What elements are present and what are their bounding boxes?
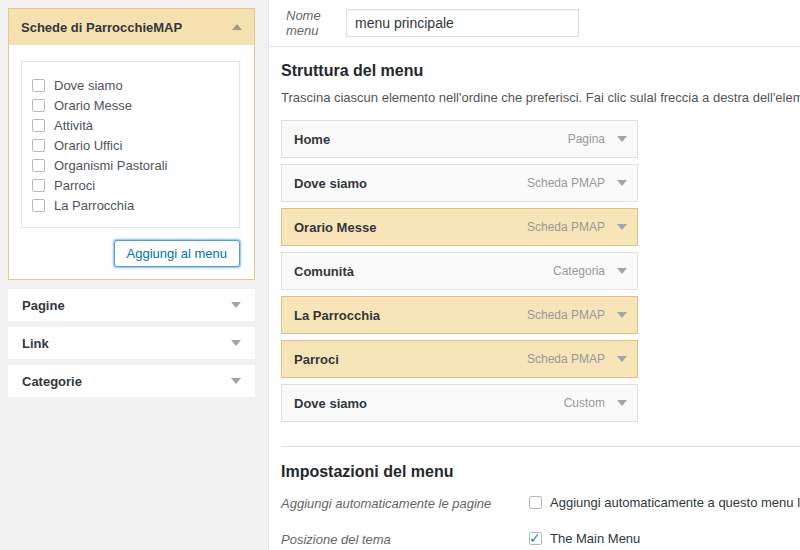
pmap-item-orario-messe[interactable]: Orario Messe [32, 95, 231, 115]
accordion-pagine[interactable]: Pagine [8, 289, 255, 321]
settings-title: Impostazioni del menu [281, 463, 800, 481]
pmap-cards-panel: Schede di ParrocchieMAP Dove siamo Orari… [8, 8, 255, 280]
menu-item-dove-siamo[interactable]: Dove siamo Scheda PMAP [281, 164, 638, 202]
chevron-down-icon[interactable] [617, 180, 627, 186]
menu-item-type: Pagina [568, 132, 605, 146]
setting-theme-location-row: Posizione del tema The Main Menu Footer … [281, 531, 800, 550]
checkbox-icon[interactable] [32, 79, 45, 92]
structure-description: Trascina ciascun elemento nell'ordine ch… [281, 90, 800, 105]
theme-location-main-menu-row[interactable]: The Main Menu [529, 531, 800, 546]
menu-item-parroci[interactable]: Parroci Scheda PMAP [281, 340, 638, 378]
pmap-checkbox-list: Dove siamo Orario Messe Attività Orario … [21, 61, 240, 228]
menu-item-label: Parroci [294, 352, 339, 367]
menu-item-label: Dove siamo [294, 396, 367, 411]
accordion-label: Categorie [22, 374, 82, 389]
pmap-item-la-parrocchia[interactable]: La Parrocchia [32, 195, 231, 215]
auto-add-label: Aggiungi automaticamente le pagine [281, 495, 529, 517]
theme-location-option-label: The Main Menu [550, 531, 640, 546]
setting-auto-add-row: Aggiungi automaticamente le pagine Aggiu… [281, 495, 800, 517]
checkbox-checked-icon[interactable] [529, 532, 542, 545]
menu-item-dove-siamo-custom[interactable]: Dove siamo Custom [281, 384, 638, 422]
theme-location-label: Posizione del tema [281, 531, 529, 550]
accordion-categorie[interactable]: Categorie [8, 365, 255, 397]
checkbox-icon[interactable] [32, 199, 45, 212]
checkbox-icon[interactable] [32, 139, 45, 152]
menu-item-type: Custom [564, 396, 605, 410]
section-divider [281, 446, 800, 447]
menu-item-type: Scheda PMAP [527, 352, 605, 366]
pmap-item-dove-siamo[interactable]: Dove siamo [32, 75, 231, 95]
structure-title: Struttura del menu [281, 62, 800, 80]
menu-item-orario-messe[interactable]: Orario Messe Scheda PMAP [281, 208, 638, 246]
menu-items-list: Home Pagina Dove siamo Scheda PMAP Orari… [281, 120, 638, 422]
checkbox-label: Orario Uffici [54, 138, 122, 153]
menu-editor-panel: Nome menu Struttura del menu Trascina ci… [268, 0, 800, 550]
menu-name-label: Nome menu [286, 8, 346, 38]
menu-editor-content: Struttura del menu Trascina ciascun elem… [269, 47, 800, 550]
pmap-item-organismi-pastorali[interactable]: Organismi Pastorali [32, 155, 231, 175]
chevron-down-icon[interactable] [617, 136, 627, 142]
chevron-down-icon[interactable] [617, 224, 627, 230]
menu-item-label: Home [294, 132, 330, 147]
chevron-down-icon[interactable] [617, 312, 627, 318]
menu-item-type: Scheda PMAP [527, 176, 605, 190]
checkbox-icon[interactable] [32, 99, 45, 112]
pmap-item-parroci[interactable]: Parroci [32, 175, 231, 195]
pmap-item-attivita[interactable]: Attività [32, 115, 231, 135]
checkbox-icon[interactable] [32, 119, 45, 132]
menu-item-label: Comunità [294, 264, 354, 279]
menu-item-comunita[interactable]: Comunità Categoria [281, 252, 638, 290]
menu-item-la-parrocchia[interactable]: La Parrocchia Scheda PMAP [281, 296, 638, 334]
menu-item-label: Orario Messe [294, 220, 376, 235]
collapse-up-icon [232, 24, 242, 30]
checkbox-label: Attività [54, 118, 93, 133]
checkbox-label: Dove siamo [54, 78, 123, 93]
menu-item-type: Scheda PMAP [527, 308, 605, 322]
checkbox-label: Parroci [54, 178, 95, 193]
auto-add-checkbox-row[interactable]: Aggiungi automaticamente a questo menu l… [529, 495, 800, 510]
chevron-down-icon [231, 340, 241, 346]
menu-item-label: Dove siamo [294, 176, 367, 191]
chevron-down-icon [231, 302, 241, 308]
menu-widgets-sidebar: Schede di ParrocchieMAP Dove siamo Orari… [8, 8, 255, 403]
auto-add-checkbox-label: Aggiungi automaticamente a questo menu l… [550, 495, 800, 510]
chevron-down-icon[interactable] [617, 356, 627, 362]
menu-item-type: Scheda PMAP [527, 220, 605, 234]
menu-item-label: La Parrocchia [294, 308, 380, 323]
menu-item-type: Categoria [553, 264, 605, 278]
accordion-label: Pagine [22, 298, 65, 313]
accordion-label: Link [22, 336, 49, 351]
pmap-panel-header[interactable]: Schede di ParrocchieMAP [9, 9, 254, 45]
pmap-item-orario-uffici[interactable]: Orario Uffici [32, 135, 231, 155]
menu-name-input[interactable] [346, 9, 579, 37]
checkbox-label: La Parrocchia [54, 198, 134, 213]
chevron-down-icon[interactable] [617, 268, 627, 274]
checkbox-label: Organismi Pastorali [54, 158, 167, 173]
menu-name-row: Nome menu [269, 0, 800, 47]
chevron-down-icon [231, 378, 241, 384]
menu-item-home[interactable]: Home Pagina [281, 120, 638, 158]
checkbox-icon[interactable] [32, 179, 45, 192]
checkbox-icon[interactable] [32, 159, 45, 172]
checkbox-icon[interactable] [529, 496, 542, 509]
chevron-down-icon[interactable] [617, 400, 627, 406]
accordion-link[interactable]: Link [8, 327, 255, 359]
checkbox-label: Orario Messe [54, 98, 132, 113]
pmap-panel-title: Schede di ParrocchieMAP [21, 20, 182, 35]
pmap-panel-body: Dove siamo Orario Messe Attività Orario … [9, 45, 254, 279]
add-to-menu-button[interactable]: Aggiungi al menu [114, 240, 240, 267]
